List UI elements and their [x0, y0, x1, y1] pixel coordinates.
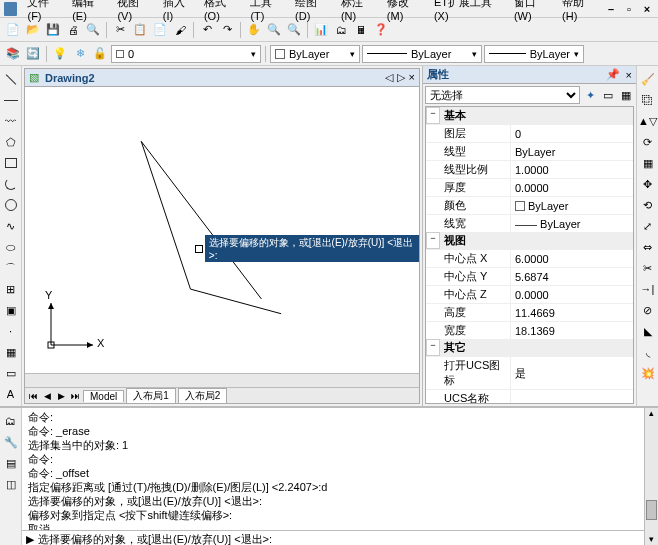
layer-freeze-icon[interactable]: ❄ — [71, 45, 89, 63]
prop-row[interactable]: 高度11.4669 — [426, 303, 633, 321]
prop-row[interactable]: 图层0 — [426, 124, 633, 142]
prop-row[interactable]: UCS名称 — [426, 389, 633, 404]
restore-icon[interactable]: ▫ — [622, 3, 636, 15]
command-input-line[interactable]: ▶ 选择要偏移的对象，或[退出(E)/放弃(U)] <退出>: — [22, 530, 644, 545]
point-icon[interactable]: · — [2, 322, 20, 340]
prop-row[interactable]: 线宽—— ByLayer — [426, 214, 633, 232]
prop-value[interactable]: —— ByLayer — [510, 215, 633, 232]
tab-last-icon[interactable]: ⏭ — [69, 391, 81, 401]
fillet-icon[interactable]: ◟ — [639, 343, 657, 361]
menu-et[interactable]: ET扩展工具(X) — [430, 0, 508, 23]
cmd-tool-2-icon[interactable]: 🔧 — [2, 433, 20, 451]
tab-prev-icon[interactable]: ◀ — [41, 391, 53, 401]
offset-icon[interactable]: ⟳ — [639, 133, 657, 151]
preview-icon[interactable]: 🔍 — [84, 21, 102, 39]
prop-value[interactable]: 1.0000 — [510, 161, 633, 178]
extend-icon[interactable]: →| — [639, 280, 657, 298]
prop-value[interactable]: 0.0000 — [510, 179, 633, 196]
prop-row[interactable]: 中心点 Z0.0000 — [426, 285, 633, 303]
tab-close-icon[interactable]: × — [409, 71, 415, 84]
prop-value[interactable]: 6.0000 — [510, 250, 633, 267]
horizontal-scrollbar[interactable] — [25, 373, 419, 387]
xline-icon[interactable] — [2, 91, 20, 109]
close-icon[interactable]: × — [640, 3, 654, 15]
print-icon[interactable]: 🖨 — [64, 21, 82, 39]
prop-category[interactable]: −其它 — [426, 339, 633, 356]
array-icon[interactable]: ▦ — [639, 154, 657, 172]
mirror-icon[interactable]: ▲▽ — [639, 112, 657, 130]
prop-value[interactable] — [510, 390, 633, 404]
prop-row[interactable]: 中心点 Y5.6874 — [426, 267, 633, 285]
color-combo[interactable]: ByLayer ▾ — [270, 45, 360, 63]
prop-value[interactable]: ByLayer — [510, 197, 633, 214]
save-icon[interactable]: 💾 — [44, 21, 62, 39]
design-center-icon[interactable]: 🗂 — [332, 21, 350, 39]
command-history[interactable]: 命令:命令: _erase选择集当中的对象: 1命令:命令: _offset指定… — [22, 408, 644, 530]
layer-prev-icon[interactable]: 🔄 — [24, 45, 42, 63]
prop-category[interactable]: −视图 — [426, 232, 633, 249]
tab-next-icon[interactable]: ▶ — [55, 391, 67, 401]
prop-row[interactable]: 厚度0.0000 — [426, 178, 633, 196]
scale-icon[interactable]: ⤢ — [639, 217, 657, 235]
text-icon[interactable]: A — [2, 385, 20, 403]
tab-first-icon[interactable]: ⏮ — [27, 391, 39, 401]
cmd-tool-1-icon[interactable]: 🗂 — [2, 412, 20, 430]
scroll-track[interactable] — [645, 422, 658, 534]
line-icon[interactable] — [2, 70, 20, 88]
layer-lock-icon[interactable]: 🔓 — [91, 45, 109, 63]
region-icon[interactable]: ▭ — [2, 364, 20, 382]
tab-next-icon[interactable]: ▷ — [397, 71, 405, 84]
prop-row[interactable]: 宽度18.1369 — [426, 321, 633, 339]
paste-icon[interactable]: 📄 — [151, 21, 169, 39]
ellipse-icon[interactable]: ⬭ — [2, 238, 20, 256]
prop-value[interactable]: ByLayer — [510, 143, 633, 160]
cut-icon[interactable]: ✂ — [111, 21, 129, 39]
properties-grid[interactable]: −基本图层0线型ByLayer线型比例1.0000厚度0.0000颜色ByLay… — [425, 106, 634, 404]
command-scrollbar[interactable]: ▴ ▾ — [644, 408, 658, 545]
tab-layout2[interactable]: 入布局2 — [178, 388, 228, 403]
copy-obj-icon[interactable]: ⿻ — [639, 91, 657, 109]
collapse-icon[interactable]: − — [426, 339, 440, 356]
insert-block-icon[interactable]: ⊞ — [2, 280, 20, 298]
make-block-icon[interactable]: ▣ — [2, 301, 20, 319]
spline-icon[interactable]: ∿ — [2, 217, 20, 235]
menu-window[interactable]: 窗口(W) — [510, 0, 556, 23]
prop-value[interactable]: 11.4669 — [510, 304, 633, 321]
prop-row[interactable]: 线型ByLayer — [426, 142, 633, 160]
toggle-pickadd-icon[interactable]: ▦ — [618, 87, 634, 103]
prop-row[interactable]: 打开UCS图标是 — [426, 356, 633, 389]
realtime-pan-icon[interactable]: ✋ — [245, 21, 263, 39]
explode-icon[interactable]: 💥 — [639, 364, 657, 382]
layer-manager-icon[interactable]: 📚 — [4, 45, 22, 63]
quick-select-icon[interactable]: ✦ — [582, 87, 598, 103]
layer-on-icon[interactable]: 💡 — [51, 45, 69, 63]
prop-category[interactable]: −基本 — [426, 107, 633, 124]
qcalc-icon[interactable]: 🖩 — [352, 21, 370, 39]
match-icon[interactable]: 🖌 — [171, 21, 189, 39]
tab-model[interactable]: Model — [83, 390, 124, 402]
copy-icon[interactable]: 📋 — [131, 21, 149, 39]
undo-icon[interactable]: ↶ — [198, 21, 216, 39]
open-icon[interactable]: 📂 — [24, 21, 42, 39]
selection-combo[interactable]: 无选择 — [425, 86, 580, 104]
new-icon[interactable]: 📄 — [4, 21, 22, 39]
panel-pin-icon[interactable]: 📌 — [606, 68, 620, 81]
prop-value[interactable]: 0 — [510, 125, 633, 142]
ellipse-arc-icon[interactable]: ⌒ — [2, 259, 20, 277]
scroll-thumb[interactable] — [646, 500, 657, 520]
circle-icon[interactable] — [2, 196, 20, 214]
redo-icon[interactable]: ↷ — [218, 21, 236, 39]
hatch-icon[interactable]: ▦ — [2, 343, 20, 361]
polygon-icon[interactable]: ⬠ — [2, 133, 20, 151]
menu-help[interactable]: 帮助(H) — [558, 0, 602, 23]
linetype-combo[interactable]: ByLayer ▾ — [362, 45, 482, 63]
stretch-icon[interactable]: ⇔ — [639, 238, 657, 256]
zoom-prev-icon[interactable]: 🔍 — [285, 21, 303, 39]
cmd-tool-3-icon[interactable]: ▤ — [2, 454, 20, 472]
scroll-down-icon[interactable]: ▾ — [645, 534, 658, 545]
prop-value[interactable]: 是 — [510, 357, 633, 389]
rectangle-icon[interactable] — [2, 154, 20, 172]
select-objects-icon[interactable]: ▭ — [600, 87, 616, 103]
help-icon[interactable]: ❓ — [372, 21, 390, 39]
erase-icon[interactable]: 🧹 — [639, 70, 657, 88]
